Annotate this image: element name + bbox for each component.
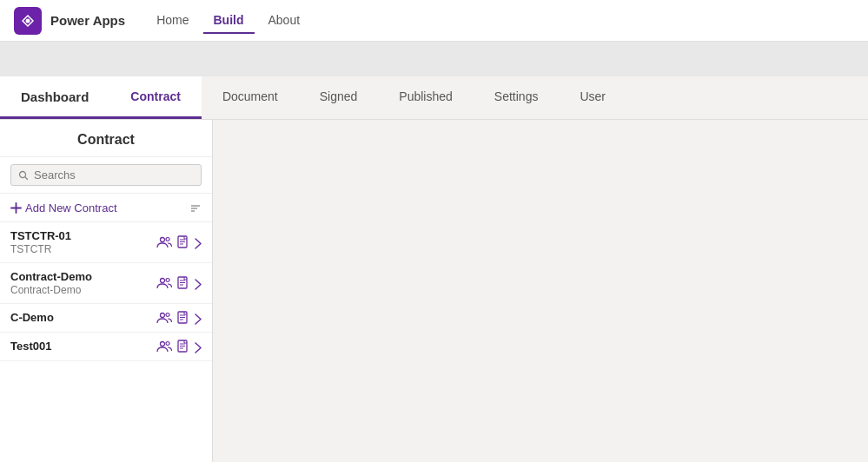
document-icon[interactable] bbox=[177, 311, 189, 325]
contract-sub: Contract-Demo bbox=[10, 284, 156, 296]
main-layout: Contract Add New Contract bbox=[0, 120, 868, 462]
svg-point-0 bbox=[26, 18, 30, 23]
people-icon[interactable] bbox=[156, 311, 172, 325]
svg-point-14 bbox=[161, 279, 165, 283]
search-icon bbox=[18, 169, 29, 182]
contract-actions bbox=[156, 340, 202, 353]
gray-bar bbox=[0, 42, 868, 76]
add-new-label: Add New Contract bbox=[25, 201, 117, 214]
contract-name: C-Demo bbox=[10, 311, 156, 324]
svg-point-20 bbox=[161, 314, 165, 318]
plus-icon bbox=[10, 202, 22, 214]
content-area bbox=[213, 120, 868, 462]
contract-name: Test001 bbox=[10, 340, 156, 353]
people-icon[interactable] bbox=[156, 340, 172, 353]
tab-bar: Dashboard Contract Document Signed Publi… bbox=[0, 76, 868, 120]
add-new-row: Add New Contract bbox=[0, 194, 212, 222]
contract-info: Contract-Demo Contract-Demo bbox=[10, 270, 156, 296]
nav-home[interactable]: Home bbox=[146, 8, 199, 34]
add-new-contract-button[interactable]: Add New Contract bbox=[10, 201, 117, 214]
tab-document[interactable]: Document bbox=[202, 76, 299, 119]
contract-actions bbox=[156, 235, 202, 249]
contract-info: C-Demo bbox=[10, 311, 156, 325]
top-nav: Power Apps Home Build About bbox=[0, 0, 868, 42]
tab-settings[interactable]: Settings bbox=[474, 76, 560, 119]
contract-name: TSTCTR-01 bbox=[10, 229, 156, 242]
tab-published[interactable]: Published bbox=[378, 76, 474, 119]
app-logo bbox=[14, 7, 42, 35]
app-title: Power Apps bbox=[50, 13, 125, 28]
contract-sub: TSTCTR bbox=[10, 243, 156, 255]
document-icon[interactable] bbox=[177, 235, 189, 249]
contract-info: Test001 bbox=[10, 340, 156, 353]
tab-user[interactable]: User bbox=[559, 76, 626, 119]
svg-line-2 bbox=[25, 177, 28, 180]
svg-point-9 bbox=[166, 238, 169, 241]
svg-point-21 bbox=[166, 314, 169, 317]
tab-contract[interactable]: Contract bbox=[109, 76, 202, 119]
contract-list: TSTCTR-01 TSTCTR bbox=[0, 222, 212, 462]
svg-point-27 bbox=[166, 342, 169, 346]
search-input[interactable] bbox=[34, 168, 194, 182]
nav-build[interactable]: Build bbox=[203, 8, 255, 34]
search-box bbox=[10, 164, 202, 186]
people-icon[interactable] bbox=[156, 276, 172, 290]
contract-name: Contract-Demo bbox=[10, 270, 156, 283]
chevron-right-icon[interactable] bbox=[195, 340, 202, 353]
document-icon[interactable] bbox=[177, 276, 189, 290]
tab-dashboard[interactable]: Dashboard bbox=[0, 76, 109, 119]
chevron-right-icon[interactable] bbox=[195, 312, 202, 325]
contract-actions bbox=[156, 276, 202, 290]
svg-point-15 bbox=[166, 279, 169, 282]
chevron-right-icon[interactable] bbox=[195, 277, 202, 290]
contract-item[interactable]: Contract-Demo Contract-Demo bbox=[0, 263, 212, 304]
people-icon[interactable] bbox=[156, 235, 172, 249]
contract-item[interactable]: C-Demo bbox=[0, 304, 212, 333]
contract-item[interactable]: Test001 bbox=[0, 333, 212, 361]
search-container bbox=[0, 157, 212, 194]
sidebar-title: Contract bbox=[0, 120, 212, 157]
sort-icon[interactable] bbox=[189, 201, 202, 214]
svg-point-8 bbox=[161, 238, 165, 242]
nav-about[interactable]: About bbox=[258, 8, 311, 34]
sidebar: Contract Add New Contract bbox=[0, 120, 213, 462]
contract-item[interactable]: TSTCTR-01 TSTCTR bbox=[0, 222, 212, 263]
document-icon[interactable] bbox=[177, 340, 189, 353]
svg-point-26 bbox=[161, 342, 165, 346]
nav-links: Home Build About bbox=[146, 8, 310, 34]
contract-info: TSTCTR-01 TSTCTR bbox=[10, 229, 156, 255]
tab-signed[interactable]: Signed bbox=[299, 76, 379, 119]
chevron-right-icon[interactable] bbox=[195, 236, 202, 249]
contract-actions bbox=[156, 311, 202, 325]
